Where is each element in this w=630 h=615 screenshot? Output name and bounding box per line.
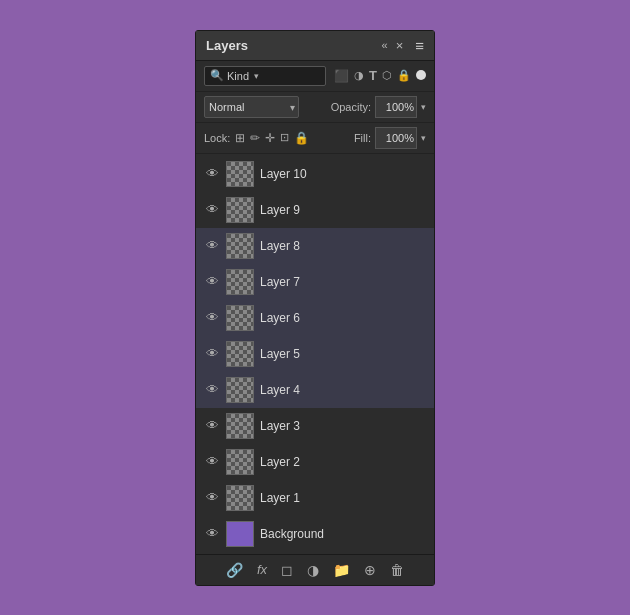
opacity-arrow-icon[interactable]: ▾ <box>421 102 426 112</box>
lock-image-icon[interactable]: ✏ <box>250 131 260 145</box>
smart-filter-icon[interactable]: 🔒 <box>397 69 411 82</box>
visibility-icon[interactable]: 👁 <box>204 202 220 217</box>
panel-footer: 🔗 fx ◻ ◑ 📁 ⊕ 🗑 <box>196 554 434 585</box>
panel-title: Layers <box>206 38 248 53</box>
search-icon: 🔍 <box>210 69 224 82</box>
layer-thumbnail <box>226 413 254 439</box>
layer-name: Layer 8 <box>260 239 426 253</box>
adjustment-icon[interactable]: ◑ <box>307 562 319 578</box>
layer-name: Layer 4 <box>260 383 426 397</box>
layer-item[interactable]: 👁Layer 5 <box>196 336 434 372</box>
lock-row: Lock: ⊞ ✏ ✛ ⊡ 🔒 Fill: ▾ <box>196 123 434 154</box>
filter-search-box[interactable]: 🔍 Kind ▾ <box>204 66 326 86</box>
circle-filter-icon[interactable] <box>416 69 426 83</box>
layer-item[interactable]: 👁Layer 2 <box>196 444 434 480</box>
layer-thumbnail <box>226 233 254 259</box>
layer-name: Layer 10 <box>260 167 426 181</box>
fill-label: Fill: <box>354 132 371 144</box>
shape-filter-icon[interactable]: ⬡ <box>382 69 392 82</box>
layer-name: Layer 5 <box>260 347 426 361</box>
opacity-label: Opacity: <box>331 101 371 113</box>
delete-layer-icon[interactable]: 🗑 <box>390 562 404 578</box>
layer-item[interactable]: 👁Layer 9 <box>196 192 434 228</box>
visibility-icon[interactable]: 👁 <box>204 166 220 181</box>
visibility-icon[interactable]: 👁 <box>204 454 220 469</box>
visibility-icon[interactable]: 👁 <box>204 418 220 433</box>
visibility-icon[interactable]: 👁 <box>204 382 220 397</box>
collapse-icon[interactable]: « <box>382 39 388 51</box>
layer-item[interactable]: 👁Layer 3 <box>196 408 434 444</box>
fill-arrow-icon[interactable]: ▾ <box>421 133 426 143</box>
layer-name: Layer 7 <box>260 275 426 289</box>
opacity-section: Opacity: ▾ <box>331 96 426 118</box>
lock-artboard-icon[interactable]: ⊡ <box>280 131 289 144</box>
visibility-icon[interactable]: 👁 <box>204 346 220 361</box>
kind-label: Kind <box>227 70 249 82</box>
dropdown-arrow-icon: ▾ <box>254 71 259 81</box>
image-filter-icon[interactable]: ⬛ <box>334 69 349 83</box>
fill-section: Fill: ▾ <box>354 127 426 149</box>
blend-mode-row: Normal Dissolve Multiply Screen Overlay … <box>196 92 434 123</box>
layers-list: 👁Layer 10👁Layer 9👁Layer 8👁Layer 7👁Layer … <box>196 154 434 554</box>
lock-all-icon[interactable]: 🔒 <box>294 131 309 145</box>
visibility-icon[interactable]: 👁 <box>204 490 220 505</box>
visibility-icon[interactable]: 👁 <box>204 274 220 289</box>
layer-item[interactable]: 👁Layer 10 <box>196 156 434 192</box>
blend-mode-select[interactable]: Normal Dissolve Multiply Screen Overlay <box>204 96 299 118</box>
layer-item[interactable]: 👁Layer 7 <box>196 264 434 300</box>
layer-thumbnail <box>226 341 254 367</box>
filter-icons-group: ⬛ ◑ T ⬡ 🔒 <box>334 68 426 83</box>
lock-icons-group: ⊞ ✏ ✛ ⊡ 🔒 <box>235 131 309 145</box>
layer-name: Layer 1 <box>260 491 426 505</box>
layer-thumbnail <box>226 449 254 475</box>
layer-thumbnail <box>226 197 254 223</box>
type-filter-icon[interactable]: T <box>369 68 377 83</box>
layer-thumbnail <box>226 269 254 295</box>
menu-icon[interactable]: ≡ <box>415 37 424 54</box>
lock-position-icon[interactable]: ✛ <box>265 131 275 145</box>
close-icon[interactable]: × <box>396 38 404 53</box>
panel-titlebar: Layers « × ≡ <box>196 31 434 61</box>
layer-item[interactable]: 👁Background <box>196 516 434 552</box>
lock-label: Lock: <box>204 132 230 144</box>
adjustment-filter-icon[interactable]: ◑ <box>354 69 364 82</box>
layer-item[interactable]: 👁Layer 4 <box>196 372 434 408</box>
filter-toolbar: 🔍 Kind ▾ ⬛ ◑ T ⬡ 🔒 <box>196 61 434 92</box>
layer-thumbnail <box>226 305 254 331</box>
link-layers-icon[interactable]: 🔗 <box>226 562 243 578</box>
layer-name: Layer 3 <box>260 419 426 433</box>
visibility-icon[interactable]: 👁 <box>204 526 220 541</box>
layer-item[interactable]: 👁Layer 1 <box>196 480 434 516</box>
visibility-icon[interactable]: 👁 <box>204 310 220 325</box>
layer-thumbnail <box>226 161 254 187</box>
add-mask-icon[interactable]: ◻ <box>281 562 293 578</box>
layer-thumbnail <box>226 377 254 403</box>
layer-effects-icon[interactable]: fx <box>257 562 267 577</box>
layer-thumbnail <box>226 521 254 547</box>
layers-panel: Layers « × ≡ 🔍 Kind ▾ ⬛ ◑ T ⬡ 🔒 Normal <box>195 30 435 586</box>
opacity-input[interactable] <box>375 96 417 118</box>
layer-name: Layer 2 <box>260 455 426 469</box>
layer-item[interactable]: 👁Layer 8 <box>196 228 434 264</box>
layer-name: Layer 6 <box>260 311 426 325</box>
layer-item[interactable]: 👁Layer 6 <box>196 300 434 336</box>
fill-input[interactable] <box>375 127 417 149</box>
group-icon[interactable]: 📁 <box>333 562 350 578</box>
blend-mode-wrapper: Normal Dissolve Multiply Screen Overlay <box>204 96 299 118</box>
visibility-icon[interactable]: 👁 <box>204 238 220 253</box>
layer-name: Layer 9 <box>260 203 426 217</box>
lock-transparency-icon[interactable]: ⊞ <box>235 131 245 145</box>
layer-name: Background <box>260 527 426 541</box>
titlebar-icons: « × ≡ <box>382 37 424 54</box>
new-layer-icon[interactable]: ⊕ <box>364 562 376 578</box>
layer-thumbnail <box>226 485 254 511</box>
